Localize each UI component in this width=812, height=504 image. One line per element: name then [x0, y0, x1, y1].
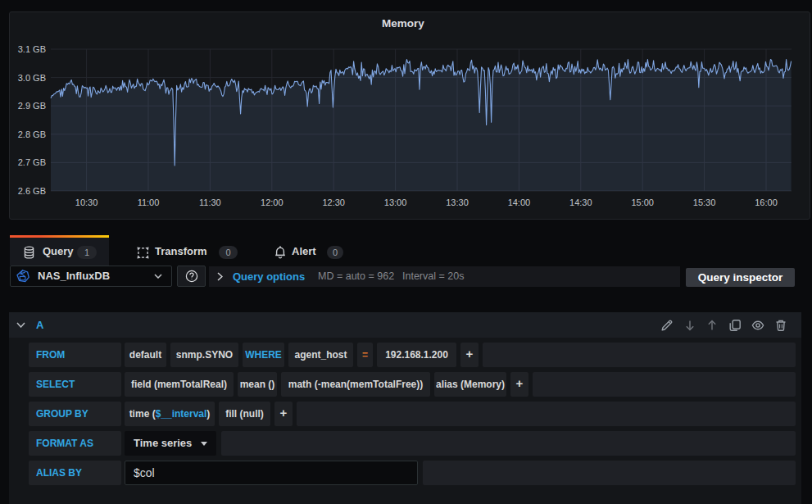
svg-text:2.9 GB: 2.9 GB [18, 101, 46, 111]
svg-text:3.1 GB: 3.1 GB [18, 44, 46, 54]
svg-text:12:30: 12:30 [322, 198, 345, 207]
svg-text:2.8 GB: 2.8 GB [18, 129, 46, 139]
svg-text:3.0 GB: 3.0 GB [18, 73, 46, 83]
svg-text:13:00: 13:00 [384, 198, 407, 207]
svg-text:14:30: 14:30 [569, 198, 592, 207]
svg-text:10:30: 10:30 [75, 198, 98, 207]
svg-text:11:00: 11:00 [138, 198, 160, 207]
svg-text:2.7 GB: 2.7 GB [18, 157, 46, 167]
svg-text:15:00: 15:00 [631, 198, 654, 207]
svg-text:16:00: 16:00 [755, 198, 778, 207]
svg-text:11:30: 11:30 [199, 198, 221, 207]
svg-text:12:00: 12:00 [261, 198, 284, 207]
svg-text:15:30: 15:30 [693, 198, 716, 207]
svg-text:14:00: 14:00 [508, 198, 531, 207]
svg-text:13:30: 13:30 [446, 198, 469, 207]
svg-text:2.6 GB: 2.6 GB [18, 186, 46, 196]
